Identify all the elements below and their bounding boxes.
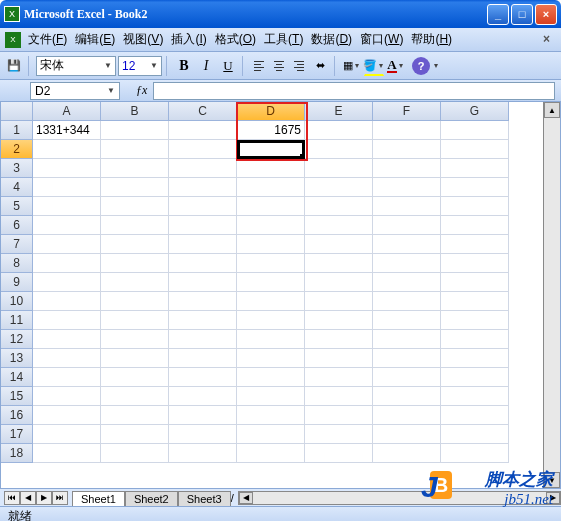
font-color-button[interactable]: A▾ [386, 56, 406, 76]
cell-G6[interactable] [441, 216, 509, 235]
cell-E9[interactable] [305, 273, 373, 292]
menu-file[interactable]: 文件(F) [24, 29, 71, 50]
cell-F3[interactable] [373, 159, 441, 178]
fill-color-button[interactable]: 🪣▾ [364, 56, 384, 76]
cell-E3[interactable] [305, 159, 373, 178]
merge-center-button[interactable]: ⬌ [310, 56, 330, 76]
cell-G17[interactable] [441, 425, 509, 444]
cell-D14[interactable] [237, 368, 305, 387]
align-left-button[interactable] [250, 56, 268, 76]
cell-F9[interactable] [373, 273, 441, 292]
row-header-1[interactable]: 1 [1, 121, 33, 140]
sheet-nav-first[interactable]: ⏮ [4, 491, 20, 505]
cell-C10[interactable] [169, 292, 237, 311]
cell-F18[interactable] [373, 444, 441, 463]
cell-A18[interactable] [33, 444, 101, 463]
cell-E2[interactable] [305, 140, 373, 159]
cell-D1[interactable]: 1675 [237, 121, 305, 140]
cell-G8[interactable] [441, 254, 509, 273]
cell-B14[interactable] [101, 368, 169, 387]
vertical-scrollbar[interactable]: ▲ ▼ [543, 102, 560, 488]
cell-G15[interactable] [441, 387, 509, 406]
row-header-13[interactable]: 13 [1, 349, 33, 368]
cell-G12[interactable] [441, 330, 509, 349]
cell-G11[interactable] [441, 311, 509, 330]
cell-F1[interactable] [373, 121, 441, 140]
minimize-button[interactable]: _ [487, 4, 509, 25]
row-header-14[interactable]: 14 [1, 368, 33, 387]
menu-window[interactable]: 窗口(W) [356, 29, 407, 50]
cell-C9[interactable] [169, 273, 237, 292]
borders-button[interactable]: ▦▾ [342, 56, 362, 76]
menu-data[interactable]: 数据(D) [307, 29, 356, 50]
cell-C2[interactable] [169, 140, 237, 159]
bold-button[interactable]: B [174, 56, 194, 76]
cell-F6[interactable] [373, 216, 441, 235]
cell-D8[interactable] [237, 254, 305, 273]
menu-view[interactable]: 视图(V) [119, 29, 167, 50]
cell-C12[interactable] [169, 330, 237, 349]
column-header-B[interactable]: B [101, 102, 169, 121]
cell-G16[interactable] [441, 406, 509, 425]
cell-A15[interactable] [33, 387, 101, 406]
menu-edit[interactable]: 编辑(E) [71, 29, 119, 50]
cell-F16[interactable] [373, 406, 441, 425]
row-header-5[interactable]: 5 [1, 197, 33, 216]
cell-F2[interactable] [373, 140, 441, 159]
cell-A14[interactable] [33, 368, 101, 387]
cell-D17[interactable] [237, 425, 305, 444]
cell-E15[interactable] [305, 387, 373, 406]
sheet-nav-last[interactable]: ⏭ [52, 491, 68, 505]
cell-G13[interactable] [441, 349, 509, 368]
cell-B11[interactable] [101, 311, 169, 330]
column-header-C[interactable]: C [169, 102, 237, 121]
cell-D5[interactable] [237, 197, 305, 216]
cell-C3[interactable] [169, 159, 237, 178]
cell-F7[interactable] [373, 235, 441, 254]
cell-B1[interactable] [101, 121, 169, 140]
row-header-4[interactable]: 4 [1, 178, 33, 197]
cell-E4[interactable] [305, 178, 373, 197]
cell-B3[interactable] [101, 159, 169, 178]
column-header-D[interactable]: D [237, 102, 305, 121]
cell-A1[interactable]: 1331+344 [33, 121, 101, 140]
cell-E7[interactable] [305, 235, 373, 254]
cell-F17[interactable] [373, 425, 441, 444]
cell-B12[interactable] [101, 330, 169, 349]
column-header-A[interactable]: A [33, 102, 101, 121]
menu-tools[interactable]: 工具(T) [260, 29, 307, 50]
horizontal-scrollbar[interactable]: ◀ ▶ [238, 491, 561, 505]
cell-C18[interactable] [169, 444, 237, 463]
font-size-selector[interactable]: 12 ▼ [118, 56, 162, 76]
cell-C1[interactable] [169, 121, 237, 140]
toolbar-options-icon[interactable]: ▾ [432, 61, 440, 70]
cell-D2[interactable] [237, 140, 305, 159]
row-header-6[interactable]: 6 [1, 216, 33, 235]
cell-A9[interactable] [33, 273, 101, 292]
cell-C8[interactable] [169, 254, 237, 273]
scroll-down-button[interactable]: ▼ [544, 472, 560, 488]
cell-G3[interactable] [441, 159, 509, 178]
cell-E11[interactable] [305, 311, 373, 330]
menu-insert[interactable]: 插入(I) [167, 29, 210, 50]
close-button[interactable]: × [535, 4, 557, 25]
cell-C5[interactable] [169, 197, 237, 216]
close-document-button[interactable]: × [543, 32, 559, 48]
cell-B10[interactable] [101, 292, 169, 311]
cell-A13[interactable] [33, 349, 101, 368]
cell-C16[interactable] [169, 406, 237, 425]
cell-F13[interactable] [373, 349, 441, 368]
cell-E17[interactable] [305, 425, 373, 444]
cell-B7[interactable] [101, 235, 169, 254]
cell-D18[interactable] [237, 444, 305, 463]
sheet-nav-next[interactable]: ▶ [36, 491, 52, 505]
cell-B18[interactable] [101, 444, 169, 463]
cell-F12[interactable] [373, 330, 441, 349]
row-header-16[interactable]: 16 [1, 406, 33, 425]
cell-A17[interactable] [33, 425, 101, 444]
cell-B17[interactable] [101, 425, 169, 444]
row-header-7[interactable]: 7 [1, 235, 33, 254]
scroll-left-button[interactable]: ◀ [239, 492, 253, 504]
cell-E12[interactable] [305, 330, 373, 349]
cell-F14[interactable] [373, 368, 441, 387]
